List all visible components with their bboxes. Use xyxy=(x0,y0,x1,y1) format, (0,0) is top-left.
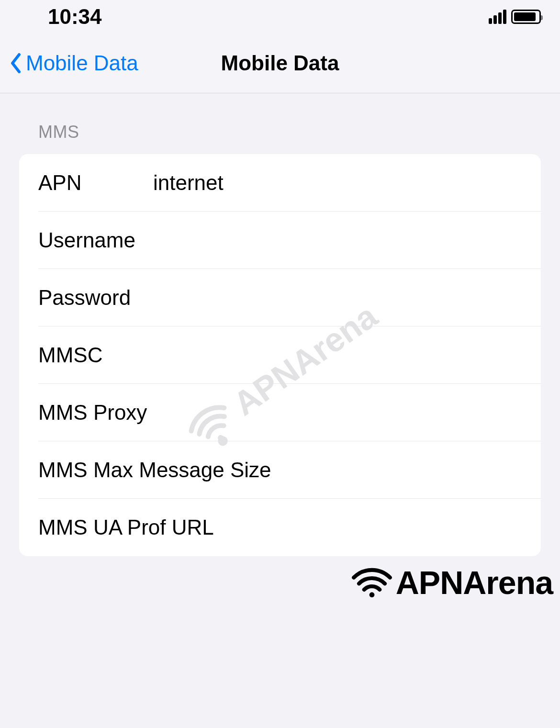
back-button[interactable]: Mobile Data xyxy=(10,51,138,75)
footer-logo-text: APNArena xyxy=(396,564,553,601)
cellular-signal-icon xyxy=(489,10,506,24)
label-mmsc: MMSC xyxy=(38,343,153,367)
row-mms-proxy[interactable]: MMS Proxy xyxy=(19,384,541,441)
input-mms-max-message-size[interactable] xyxy=(271,458,541,482)
label-username: Username xyxy=(38,228,153,252)
svg-point-1 xyxy=(369,592,374,597)
label-password: Password xyxy=(38,286,153,310)
back-label: Mobile Data xyxy=(26,51,138,75)
input-username[interactable] xyxy=(153,228,541,252)
row-apn[interactable]: APN xyxy=(19,154,541,212)
row-username[interactable]: Username xyxy=(19,212,541,269)
status-bar: 10:34 xyxy=(0,0,560,34)
row-mmsc[interactable]: MMSC xyxy=(19,326,541,384)
status-indicators xyxy=(489,10,541,24)
input-mms-ua-prof-url[interactable] xyxy=(214,515,541,539)
row-password[interactable]: Password xyxy=(19,269,541,326)
wifi-icon xyxy=(350,565,393,601)
settings-group-mms: APN Username Password MMSC MMS Proxy MMS… xyxy=(19,154,541,556)
label-mms-ua-prof-url: MMS UA Prof URL xyxy=(38,515,214,539)
chevron-back-icon xyxy=(10,53,21,74)
input-mmsc[interactable] xyxy=(153,343,541,367)
row-mms-ua-prof-url[interactable]: MMS UA Prof URL xyxy=(19,499,541,556)
battery-icon xyxy=(511,10,541,24)
status-time: 10:34 xyxy=(48,5,102,29)
input-apn[interactable] xyxy=(153,171,541,195)
row-mms-max-message-size[interactable]: MMS Max Message Size xyxy=(19,441,541,499)
footer-logo: APNArena xyxy=(350,564,553,601)
page-title: Mobile Data xyxy=(221,51,339,75)
label-apn: APN xyxy=(38,171,153,195)
label-mms-proxy: MMS Proxy xyxy=(38,401,147,425)
section-header-mms: MMS xyxy=(19,122,541,154)
label-mms-max-message-size: MMS Max Message Size xyxy=(38,458,271,482)
input-password[interactable] xyxy=(153,286,541,310)
input-mms-proxy[interactable] xyxy=(147,401,541,425)
navigation-bar: Mobile Data Mobile Data xyxy=(0,34,560,93)
